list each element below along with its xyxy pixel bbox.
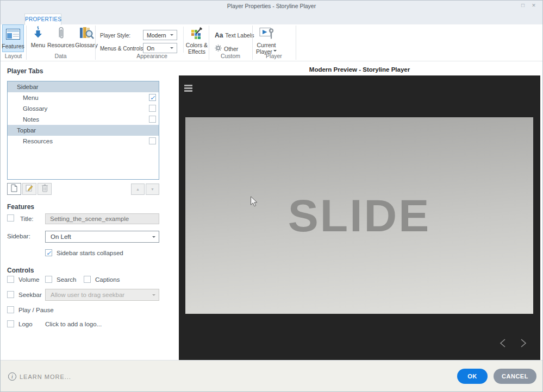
current-player-icon <box>259 26 274 41</box>
sidebar-collapsed-checkbox[interactable]: ✓ <box>45 249 52 256</box>
preview-heading: Modern Preview - Storyline Player <box>179 66 540 73</box>
window-title: Player Properties - Storyline Player <box>1 3 542 9</box>
seekbar-mode-value: Allow user to drag seekbar <box>51 292 124 298</box>
cancel-button[interactable]: CANCEL <box>494 369 536 384</box>
slide-placeholder-text: SLIDE <box>288 189 430 242</box>
new-page-icon <box>11 184 17 194</box>
play-pause-checkbox[interactable]: ✓ <box>7 306 14 313</box>
move-up-button[interactable]: ▲ <box>131 184 145 195</box>
player-tabs-list: Sidebar Menu ✓ Glossary ✓ Notes ✓ Topbar… <box>7 81 159 180</box>
player-style-dropdown[interactable]: Modern <box>143 30 177 40</box>
group-label-layout: Layout <box>1 53 26 59</box>
settings-panel: Player Tabs Sidebar Menu ✓ Glossary ✓ No… <box>1 61 179 360</box>
volume-label: Volume <box>18 276 39 283</box>
resources-checkbox[interactable]: ✓ <box>149 137 156 144</box>
chevron-right-icon <box>520 338 527 348</box>
play-pause-label: Play / Pause <box>18 307 54 313</box>
hamburger-menu-icon[interactable] <box>184 85 192 93</box>
trash-icon <box>41 184 48 194</box>
sidebar-label: Sidebar: <box>7 233 30 239</box>
features-button[interactable]: Features <box>2 24 24 52</box>
title-label: Title: <box>20 216 34 222</box>
menus-controls-dropdown[interactable]: On <box>143 43 177 53</box>
colors-effects-button[interactable]: Colors & Effects <box>184 26 209 55</box>
captions-row[interactable]: ✓ Captions <box>84 276 120 283</box>
text-labels-button[interactable]: Aa Text Labels <box>215 31 254 39</box>
menu-checkbox[interactable]: ✓ <box>149 94 156 101</box>
glossary-label: Glossary <box>75 42 97 48</box>
notes-checkbox[interactable]: ✓ <box>149 116 156 123</box>
move-down-button[interactable]: ▼ <box>146 184 159 195</box>
ok-button[interactable]: OK <box>457 369 488 384</box>
group-label-data: Data <box>26 53 95 59</box>
player-tabs-heading: Player Tabs <box>7 67 43 75</box>
volume-row[interactable]: ✓ Volume <box>7 276 39 283</box>
delete-tab-button[interactable] <box>38 183 52 195</box>
player-style-label: Player Style: <box>100 33 130 39</box>
resources-button[interactable]: Resources <box>47 26 74 48</box>
other-button[interactable]: Other <box>215 45 238 53</box>
volume-checkbox[interactable]: ✓ <box>7 276 14 283</box>
row-label: Glossary <box>23 105 47 112</box>
group-label-player: Player <box>252 53 296 59</box>
play-pause-row[interactable]: ✓ Play / Pause <box>7 306 54 313</box>
title-input <box>45 213 159 224</box>
sidebar-position-dropdown[interactable]: On Left <box>45 231 159 243</box>
search-label: Search <box>57 276 76 283</box>
ribbon: Features Layout Menu Resources <box>1 24 542 61</box>
menu-label: Menu <box>31 42 45 48</box>
seekbar-checkbox[interactable]: ✓ <box>7 291 14 298</box>
list-item-menu[interactable]: Menu ✓ <box>8 92 159 103</box>
list-item-resources[interactable]: Resources ✓ <box>8 136 159 147</box>
maximize-icon[interactable]: □ <box>519 2 527 9</box>
list-item-notes[interactable]: Notes ✓ <box>8 114 159 125</box>
list-item-glossary[interactable]: Glossary ✓ <box>8 103 159 114</box>
logo-row[interactable]: ✓ Logo <box>7 320 33 327</box>
row-label: Topbar <box>17 127 36 134</box>
text-labels-label: Text Labels <box>225 32 254 39</box>
features-label: Features <box>2 43 24 49</box>
row-label: Sidebar <box>17 84 39 90</box>
group-separator <box>183 27 184 53</box>
row-label: Menu <box>23 94 39 101</box>
menu-button[interactable]: Menu <box>28 26 48 48</box>
list-group-topbar[interactable]: Topbar <box>8 125 159 136</box>
seekbar-row[interactable]: ✓ Seekbar <box>7 291 42 298</box>
current-player-button[interactable]: Current Player <box>254 26 279 55</box>
controls-heading: Controls <box>7 267 34 274</box>
menu-arrow-icon <box>33 26 43 41</box>
sidebar-collapsed-label: Sidebar starts collapsed <box>57 250 123 256</box>
player-properties-dialog: Player Properties - Storyline Player □ ✕… <box>0 0 543 392</box>
features-heading: Features <box>7 203 34 211</box>
list-group-sidebar[interactable]: Sidebar <box>8 81 159 92</box>
text-labels-aa-icon: Aa <box>215 31 223 39</box>
logo-checkbox[interactable]: ✓ <box>7 320 14 327</box>
captions-label: Captions <box>95 276 120 283</box>
learn-more-link[interactable]: i LEARN MORE... <box>8 372 71 381</box>
edit-pencil-icon <box>26 184 33 194</box>
sidebar-collapsed-row[interactable]: ✓ Sidebar starts collapsed <box>45 249 123 256</box>
glossary-checkbox[interactable]: ✓ <box>149 105 156 112</box>
title-checkbox[interactable]: ✓ <box>7 214 14 222</box>
search-row[interactable]: ✓ Search <box>45 276 76 283</box>
player-preview: SLIDE <box>179 75 540 360</box>
edit-tab-button[interactable] <box>22 183 36 195</box>
previous-slide-button[interactable] <box>497 338 508 349</box>
gear-icon <box>215 45 222 53</box>
captions-checkbox[interactable]: ✓ <box>84 276 91 283</box>
group-label-appearance: Appearance <box>95 53 209 59</box>
logo-label: Logo <box>18 321 33 327</box>
up-arrow-icon: ▲ <box>136 187 140 191</box>
next-slide-button[interactable] <box>518 338 529 349</box>
dialog-footer: i LEARN MORE... OK CANCEL <box>1 360 542 392</box>
down-arrow-icon: ▼ <box>151 187 154 191</box>
close-icon[interactable]: ✕ <box>529 2 538 9</box>
add-tab-button[interactable] <box>7 183 21 195</box>
player-style-value: Modern <box>147 32 166 39</box>
resources-label: Resources <box>47 42 74 48</box>
menus-controls-value: On <box>147 45 154 52</box>
menus-controls-label: Menus & Controls: <box>100 46 145 52</box>
search-checkbox[interactable]: ✓ <box>45 276 52 283</box>
tab-properties[interactable]: PROPERTIES <box>24 14 61 25</box>
add-logo-link[interactable]: Click to add a logo... <box>45 321 102 327</box>
